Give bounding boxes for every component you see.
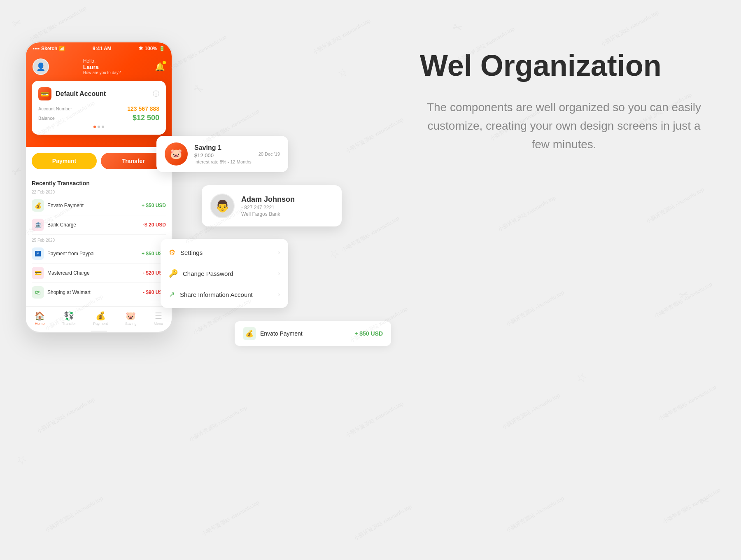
envato-amount: + $50 USD <box>354 330 383 337</box>
card-top-row: 💳 Default Account ⓘ <box>38 87 159 100</box>
tx-name-walmart: Shoping at Walmart <box>47 289 91 295</box>
saving-info: Saving 1 $12,000 Interest rate 8% - 12 M… <box>194 144 252 164</box>
date-label-2: 25 Feb 2020 <box>32 238 166 243</box>
password-label: Change Password <box>183 270 233 277</box>
tx-name-bank: Bank Charge <box>47 222 76 228</box>
transaction-item-mastercard: 💳 Mastercard Charge - $20 USD <box>32 264 166 283</box>
status-right: ✱ 100% 🔋 <box>139 46 165 51</box>
profile-bank: Well Fargos Bank <box>241 211 295 217</box>
greeting-text: Hello, Laura How are you to day? <box>83 58 121 75</box>
balance-row: Balance $12 500 <box>38 114 159 122</box>
account-number-row: Account Number 123 567 888 <box>38 105 159 112</box>
notification-bell[interactable]: 🔔 <box>155 62 165 72</box>
saving-circle-icon: 🐷 <box>165 142 188 166</box>
account-number-value: 123 567 888 <box>127 105 159 112</box>
transaction-item-paypal: 🅿 Payment from Paypal + $50 USD <box>32 244 166 264</box>
bg-decor-6: ☆ <box>575 370 587 385</box>
tx-amount-bank: -$ 20 USD <box>143 222 166 228</box>
bg-decor-4: ✂ <box>451 20 464 35</box>
battery-icon: 🔋 <box>159 46 165 51</box>
nav-saving[interactable]: 🐷 Saving <box>125 311 137 326</box>
profile-card: 👨 Adam Johnson - 827 247 2221 Well Fargo… <box>202 185 342 226</box>
share-chevron: › <box>278 291 280 298</box>
bg-decor-1: ✂ <box>10 15 24 31</box>
tx-name-mastercard: Mastercard Charge <box>47 270 90 276</box>
greeting-hello: Hello, <box>83 58 121 64</box>
nav-payment[interactable]: 💰 Payment <box>93 311 108 326</box>
bg-decor-8: ☆ <box>14 451 29 468</box>
payment-label: Payment <box>93 322 108 326</box>
share-label: Share Information Account <box>180 291 253 298</box>
tx-icon-bank: 🏦 <box>32 219 44 231</box>
right-panel: Wel Organization The components are well… <box>420 49 708 154</box>
date-label-1: 22 Feb 2020 <box>32 190 166 194</box>
bg-decor-3: ☆ <box>336 65 349 80</box>
envato-payment-row: 💰 Envato Payment + $50 USD <box>235 321 391 346</box>
account-number-label: Account Number <box>38 106 72 111</box>
settings-icon: ⚙ <box>169 248 175 257</box>
signal-icon: ▪▪▪▪ <box>33 46 40 51</box>
dot-3 <box>102 126 104 128</box>
saving-card: 🐷 Saving 1 $12,000 Interest rate 8% - 12… <box>156 136 288 172</box>
menu-item-password[interactable]: 🔑 Change Password › <box>161 263 288 284</box>
envato-label: Envato Payment <box>260 330 303 337</box>
saving-title: Saving 1 <box>194 144 252 152</box>
card-dots <box>38 126 159 128</box>
phone-mockup: ▪▪▪▪ Sketch 📶 9:41 AM ✱ 100% 🔋 👤 Hello, … <box>25 41 173 333</box>
password-chevron: › <box>278 270 280 277</box>
tx-icon-paypal: 🅿 <box>32 247 44 260</box>
menu-item-settings[interactable]: ⚙ Settings › <box>161 242 288 263</box>
payment-button[interactable]: Payment <box>32 153 97 169</box>
bg-decor-10: ☆ <box>327 246 342 262</box>
home-label: Home <box>35 322 45 326</box>
transfer-icon: 💱 <box>64 311 74 321</box>
main-title: Wel Organization <box>420 49 708 82</box>
wifi-text: Sketch <box>41 46 57 51</box>
account-card: 💳 Default Account ⓘ Account Number 123 5… <box>32 81 166 135</box>
card-icon: 💳 <box>38 87 51 100</box>
nav-transfer[interactable]: 💱 Transfer <box>62 311 76 326</box>
transaction-item-bank: 🏦 Bank Charge -$ 20 USD <box>32 215 166 235</box>
home-icon: 🏠 <box>35 311 45 321</box>
balance-value: $12 500 <box>133 114 159 122</box>
card-info-icon[interactable]: ⓘ <box>153 90 159 98</box>
saving-icon: 🐷 <box>126 311 136 321</box>
phone-header: ▪▪▪▪ Sketch 📶 9:41 AM ✱ 100% 🔋 👤 Hello, … <box>26 42 172 147</box>
greeting-name: Laura <box>83 64 121 70</box>
bluetooth-icon: ✱ <box>139 46 143 51</box>
balance-label: Balance <box>38 116 55 121</box>
saving-amount: $12,000 <box>194 152 252 159</box>
transaction-item: 💰 Envato Payment + $50 USD <box>32 196 166 215</box>
nav-indicator <box>91 331 107 332</box>
battery-text: 100% <box>144 46 157 51</box>
tx-name-paypal: Payment from Paypal <box>47 251 95 257</box>
profile-avatar: 👨 <box>210 194 235 218</box>
envato-icon: 💰 <box>243 327 256 340</box>
tx-icon-walmart: 🛍 <box>32 286 44 299</box>
dot-1 <box>93 126 96 128</box>
profile-info: Adam Johnson - 827 247 2221 Well Fargos … <box>241 195 295 217</box>
saving-label: Saving <box>125 322 137 326</box>
dot-2 <box>98 126 100 128</box>
bg-decor-7: ✂ <box>677 287 691 303</box>
transfer-label: Transfer <box>62 322 76 326</box>
bottom-nav: 🏠 Home 💱 Transfer 💰 Payment 🐷 Saving ☰ M… <box>26 306 172 329</box>
saving-date: 20 Dec '19 <box>259 152 280 156</box>
action-buttons: Payment Transfer <box>26 147 172 175</box>
time-display: 9:41 AM <box>93 46 112 51</box>
share-icon: ↗ <box>169 290 175 299</box>
greeting-row: 👤 Hello, Laura How are you to day? 🔔 <box>26 55 172 75</box>
settings-label: Settings <box>180 249 203 256</box>
main-description: The components are well organized so you… <box>420 98 708 154</box>
settings-chevron: › <box>278 249 280 256</box>
tx-amount-envato: + $50 USD <box>142 203 166 208</box>
nav-home[interactable]: 🏠 Home <box>35 311 45 326</box>
avatar: 👤 <box>33 58 49 75</box>
menu-card: ⚙ Settings › 🔑 Change Password › ↗ Share… <box>161 239 288 308</box>
profile-number: - 827 247 2221 <box>241 205 295 210</box>
tx-icon-mastercard: 💳 <box>32 267 44 279</box>
menu-item-share[interactable]: ↗ Share Information Account › <box>161 284 288 305</box>
notification-dot <box>163 61 166 64</box>
nav-menu[interactable]: ☰ Menu <box>154 311 163 326</box>
transaction-list: Recently Transaction 22 Feb 2020 💰 Envat… <box>26 180 172 306</box>
